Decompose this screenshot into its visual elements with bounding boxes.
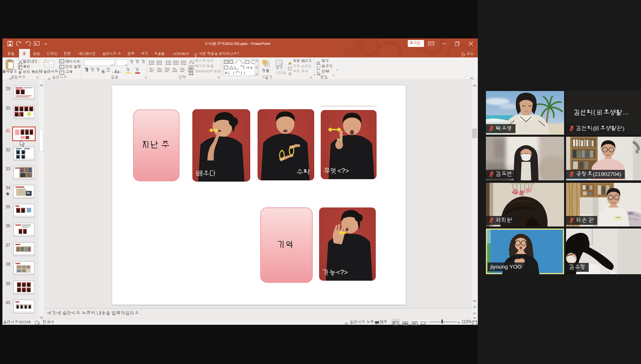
svg-text:34: 34: [6, 186, 11, 190]
svg-text:36: 36: [6, 224, 11, 228]
svg-text:37: 37: [6, 243, 11, 248]
svg-text:40: 40: [6, 301, 11, 305]
svg-text:?: ?: [237, 51, 239, 55]
svg-text:): ): [622, 125, 624, 131]
svg-text:a: a: [316, 66, 318, 68]
svg-text:33: 33: [6, 167, 11, 171]
svg-text:35: 35: [6, 205, 11, 209]
svg-text:31: 31: [6, 129, 11, 133]
svg-text:jiyoung YOO: jiyoung YOO: [490, 264, 522, 270]
svg-text:38: 38: [6, 262, 11, 267]
svg-text:(21902704): (21902704): [593, 171, 621, 177]
svg-text:…: …: [623, 109, 629, 116]
svg-text:(: (: [593, 125, 595, 131]
svg-text:SmartArt: SmartArt: [195, 69, 209, 73]
svg-text:(: (: [593, 109, 596, 116]
svg-text:<?>: <?>: [337, 167, 349, 175]
svg-text:30: 30: [6, 106, 11, 110]
svg-text:31/139: 31/139: [19, 320, 30, 324]
svg-text:<?>: <?>: [336, 269, 348, 276]
svg-text:2022.09).pptx - PowerPoint: 2022.09).pptx - PowerPoint: [225, 42, 270, 46]
svg-text:29: 29: [6, 87, 11, 91]
svg-text:39: 39: [6, 281, 11, 286]
svg-text:32: 32: [6, 148, 11, 152]
